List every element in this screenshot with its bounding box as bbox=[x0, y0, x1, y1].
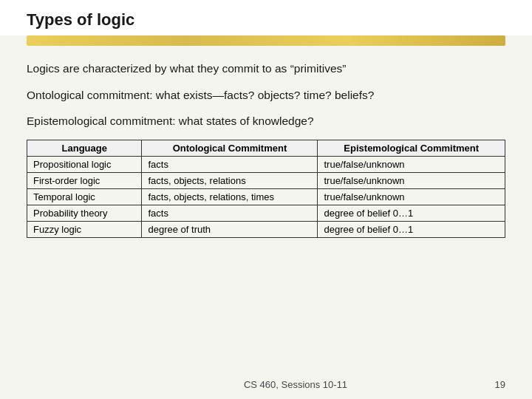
table-cell: First-order logic bbox=[27, 173, 142, 189]
line-ontological: Ontological commitment: what exists—fact… bbox=[27, 87, 505, 103]
page-number: 19 bbox=[495, 379, 505, 390]
table-cell: facts bbox=[142, 205, 318, 222]
slide-content: Logics are characterized by what they co… bbox=[0, 46, 532, 245]
table-row: First-order logicfacts, objects, relatio… bbox=[27, 173, 505, 189]
col-header-epistemological: Epistemological Commitment bbox=[318, 140, 505, 157]
line-epistemological: Epistemological commitment: what states … bbox=[27, 113, 505, 129]
table-cell: Temporal logic bbox=[27, 189, 142, 205]
table-row: Propositional logicfactstrue/false/unkno… bbox=[27, 157, 505, 173]
table-row: Probability theoryfactsdegree of belief … bbox=[27, 205, 505, 222]
slide-title: Types of logic bbox=[27, 10, 505, 30]
table-cell: Propositional logic bbox=[27, 157, 142, 173]
table-cell: facts bbox=[142, 157, 318, 173]
table-cell: facts, objects, relations, times bbox=[142, 189, 318, 205]
table-cell: Fuzzy logic bbox=[27, 222, 142, 238]
table-cell: degree of truth bbox=[142, 222, 318, 238]
col-header-language: Language bbox=[27, 140, 142, 157]
line-primitives: Logics are characterized by what they co… bbox=[27, 61, 505, 77]
logic-table: Language Ontological Commitment Epistemo… bbox=[27, 140, 505, 238]
decorative-line bbox=[27, 35, 505, 46]
table-cell: degree of belief 0…1 bbox=[318, 205, 505, 222]
slide-footer: CS 460, Sessions 10-11 bbox=[0, 379, 532, 390]
table-cell: degree of belief 0…1 bbox=[318, 222, 505, 238]
table-cell: facts, objects, relations bbox=[142, 173, 318, 189]
table-cell: Probability theory bbox=[27, 205, 142, 222]
table-cell: true/false/unknown bbox=[318, 157, 505, 173]
table-row: Fuzzy logicdegree of truthdegree of beli… bbox=[27, 222, 505, 238]
footer-label: CS 460, Sessions 10-11 bbox=[59, 379, 532, 390]
col-header-ontological: Ontological Commitment bbox=[142, 140, 318, 157]
table-cell: true/false/unknown bbox=[318, 189, 505, 205]
table-row: Temporal logicfacts, objects, relations,… bbox=[27, 189, 505, 205]
table-cell: true/false/unknown bbox=[318, 173, 505, 189]
slide: Types of logic Logics are characterized … bbox=[0, 0, 532, 399]
title-bar: Types of logic bbox=[0, 0, 532, 35]
